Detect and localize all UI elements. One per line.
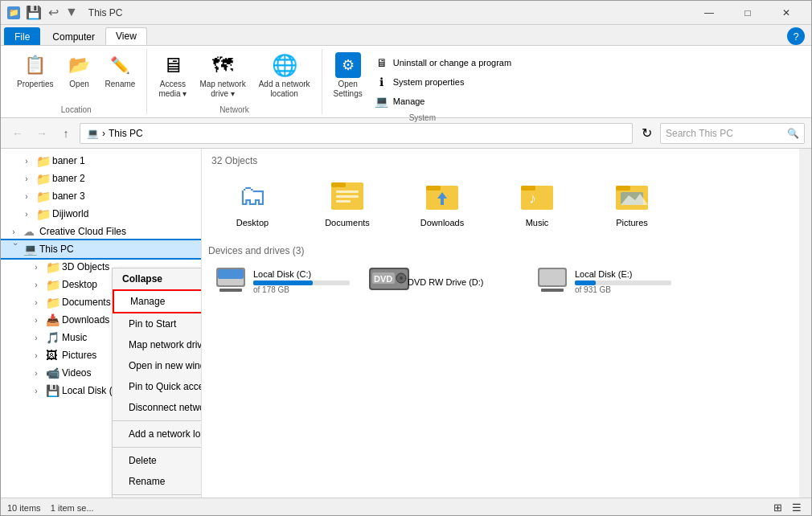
add-network-label: Add a networklocation <box>259 80 310 99</box>
tab-file[interactable]: File <box>4 27 40 45</box>
svg-rect-26 <box>539 269 565 285</box>
forward-button[interactable]: → <box>31 123 52 144</box>
properties-button[interactable]: 📋 Properties <box>12 51 59 91</box>
minimize-button[interactable]: — <box>691 1 728 25</box>
sidebar-label-music: Music <box>62 332 87 343</box>
save-icon[interactable]: 💾 <box>23 5 44 20</box>
e-drive-size: of 931 GB <box>575 285 671 294</box>
uninstall-button[interactable]: 🖥 Uninstall or change a program <box>371 54 516 72</box>
file-item-documents[interactable]: Documents <box>303 171 392 232</box>
svg-rect-17 <box>218 269 244 279</box>
customize-icon[interactable]: ▼ <box>63 5 80 20</box>
expand-icon: › <box>30 278 43 291</box>
rename-button[interactable]: ✏️ Rename <box>100 51 141 91</box>
manage-ribbon-button[interactable]: 💻 Manage <box>371 92 516 110</box>
details-view-button[interactable]: ☰ <box>789 500 805 516</box>
context-menu-manage[interactable]: Manage <box>113 289 202 313</box>
location-group-label: Location <box>12 102 140 114</box>
ribbon-group-location: 📋 Properties 📂 Open ✏️ Rename Location <box>6 49 147 114</box>
svg-rect-6 <box>426 186 441 190</box>
sidebar-item-dijiworld[interactable]: › 📁 Dijiworld <box>1 205 201 223</box>
sidebar: › 📁 baner 1 › 📁 baner 2 › 📁 baner 3 › 📁 … <box>1 149 202 498</box>
svg-rect-27 <box>541 289 564 292</box>
sidebar-label-downloads: Downloads <box>62 314 109 326</box>
network-group-label: Network <box>154 102 314 114</box>
drives-section-title: Devices and drives (3) <box>208 245 793 256</box>
documents-label: Documents <box>325 218 370 227</box>
uninstall-icon: 🖥 <box>375 56 388 69</box>
context-menu-map-network[interactable]: Map network drive... <box>113 334 202 355</box>
maximize-button[interactable]: □ <box>729 1 766 25</box>
file-item-pictures[interactable]: Pictures <box>588 171 676 232</box>
drive-item-dvd[interactable]: DVD DVD RW Drive (D:) <box>363 261 523 302</box>
e-drive-label: Local Disk (E:) <box>575 269 671 279</box>
access-media-icon: 🖥 <box>160 52 186 78</box>
large-icons-view-button[interactable]: ⊞ <box>769 500 785 516</box>
manage-label: Manage <box>393 96 425 106</box>
tab-view[interactable]: View <box>105 27 147 45</box>
sidebar-label-baner3: baner 3 <box>52 190 85 202</box>
sidebar-item-this-pc[interactable]: › 💻 This PC <box>1 240 201 258</box>
svg-rect-2 <box>336 190 359 193</box>
system-properties-button[interactable]: ℹ System properties <box>371 73 516 91</box>
search-box[interactable]: Search This PC 🔍 <box>660 123 805 144</box>
context-menu-disconnect[interactable]: Disconnect network drive... <box>113 397 202 418</box>
expand-icon: › <box>30 384 43 397</box>
search-placeholder: Search This PC <box>666 128 733 139</box>
file-item-desktop[interactable]: 🗂 Desktop <box>208 171 297 232</box>
close-button[interactable]: ✕ <box>768 1 805 25</box>
back-button[interactable]: ← <box>7 123 28 144</box>
map-network-drive-button[interactable]: 🗺 Map networkdrive ▾ <box>195 51 250 100</box>
sidebar-item-baner3[interactable]: › 📁 baner 3 <box>1 187 201 205</box>
properties-label: Properties <box>17 80 54 89</box>
context-menu-rename[interactable]: Rename <box>113 471 202 492</box>
address-path[interactable]: 💻 › This PC <box>80 123 633 144</box>
ribbon-group-network: 🖥 Accessmedia ▾ 🗺 Map networkdrive ▾ 🌐 A… <box>147 49 322 114</box>
window-title: This PC <box>88 7 123 18</box>
drive-item-c[interactable]: Local Disk (C:) of 178 GB <box>208 261 356 302</box>
sidebar-label-pictures: Pictures <box>62 350 96 361</box>
open-settings-button[interactable]: ⚙ OpenSettings <box>329 51 367 100</box>
access-media-button[interactable]: 🖥 Accessmedia ▾ <box>154 51 191 100</box>
context-menu-delete[interactable]: Delete <box>113 450 202 471</box>
file-item-downloads[interactable]: Downloads <box>398 171 486 232</box>
app-icon: 📁 <box>7 6 20 19</box>
title-bar-left: 📁 💾 ↩ ▼ This PC <box>7 5 123 20</box>
sidebar-label-desktop: Desktop <box>62 279 97 290</box>
context-menu-open-new-window[interactable]: Open in new window <box>113 355 202 376</box>
pictures-folder-icon <box>613 176 651 215</box>
tab-computer[interactable]: Computer <box>42 27 105 45</box>
undo-icon[interactable]: ↩ <box>46 5 61 20</box>
context-menu-separator1 <box>113 420 202 421</box>
context-menu-add-network[interactable]: Add a network location <box>113 424 202 444</box>
drive-items: Local Disk (C:) of 178 GB <box>208 261 793 302</box>
sidebar-item-baner1[interactable]: › 📁 baner 1 <box>1 152 201 170</box>
desktop-folder-icon: 🗂 <box>233 176 272 215</box>
music-icon: 🎵 <box>46 331 59 344</box>
up-button[interactable]: ↑ <box>55 123 76 144</box>
context-menu-pin-start[interactable]: Pin to Start <box>113 313 202 334</box>
c-drive-label: Local Disk (C:) <box>253 269 350 279</box>
help-button[interactable]: ? <box>787 27 805 45</box>
scroll-area[interactable] <box>799 149 811 498</box>
expand-icon: › <box>30 349 43 362</box>
expand-icon: › <box>7 243 20 256</box>
rename-label: Rename <box>105 80 136 89</box>
drive-item-e[interactable]: Local Disk (E:) of 931 GB <box>530 261 678 302</box>
sidebar-item-baner2[interactable]: › 📁 baner 2 <box>1 170 201 187</box>
open-button[interactable]: 📂 Open <box>62 51 97 91</box>
refresh-button[interactable]: ↻ <box>636 123 657 144</box>
file-item-music[interactable]: ♪ Music <box>493 171 581 232</box>
downloads-icon: 📥 <box>46 313 59 326</box>
context-menu-collapse[interactable]: Collapse <box>113 268 202 289</box>
selected-count: 1 item se... <box>51 503 94 513</box>
add-network-location-button[interactable]: 🌐 Add a networklocation <box>254 51 315 100</box>
status-items: 10 items 1 item se... <box>7 503 94 513</box>
path-label: This PC <box>109 128 143 139</box>
expand-icon: › <box>30 313 43 326</box>
quick-access-toolbar: 💾 ↩ ▼ <box>23 5 80 20</box>
system-props-icon: ℹ <box>375 76 388 88</box>
sidebar-item-creative-cloud[interactable]: › ☁ Creative Cloud Files <box>1 223 201 240</box>
sidebar-label-dijiworld: Dijiworld <box>52 208 88 219</box>
context-menu-pin-quick[interactable]: Pin to Quick access <box>113 376 202 397</box>
